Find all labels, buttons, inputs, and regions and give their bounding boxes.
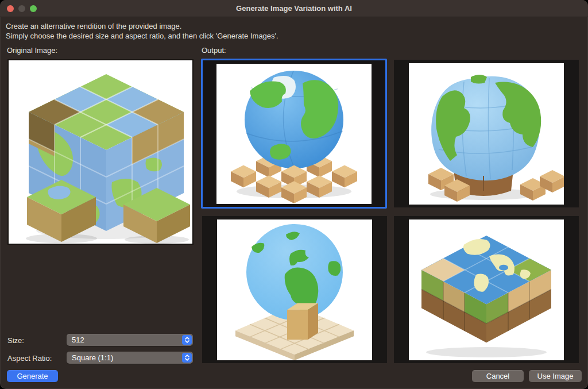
dialog-description: Create an alternative rendition of the p… <box>6 21 278 41</box>
output-illustration-3 <box>217 219 372 360</box>
output-illustration-4 <box>409 219 564 360</box>
output-thumb-1 <box>216 64 372 204</box>
close-button[interactable] <box>7 5 14 12</box>
size-select[interactable]: 512 <box>67 334 193 346</box>
titlebar: Generate Image Variation with AI <box>0 0 588 17</box>
output-image-4[interactable] <box>394 216 579 363</box>
size-label: Size: <box>7 336 24 345</box>
aspect-ratio-label: Aspect Ratio: <box>7 354 52 363</box>
original-image <box>7 59 194 245</box>
generate-button[interactable]: Generate <box>7 370 58 382</box>
aspect-ratio-value: Square (1:1) <box>72 353 113 362</box>
output-label: Output: <box>202 46 226 55</box>
traffic-lights <box>7 5 37 12</box>
output-illustration-1 <box>216 64 372 204</box>
output-thumb-3 <box>217 219 372 360</box>
original-image-illustration <box>9 60 192 244</box>
original-image-label: Original Image: <box>7 46 57 55</box>
stepper-icon <box>182 335 192 345</box>
cancel-button[interactable]: Cancel <box>472 370 524 382</box>
output-image-1[interactable] <box>201 59 387 209</box>
output-image-2[interactable] <box>394 60 579 207</box>
minimize-button[interactable] <box>18 5 25 12</box>
zoom-button[interactable] <box>30 5 37 12</box>
output-image-3[interactable] <box>202 216 387 363</box>
size-value: 512 <box>72 336 84 344</box>
description-line-1: Create an alternative rendition of the p… <box>6 21 278 31</box>
use-image-button[interactable]: Use Image <box>529 370 582 382</box>
description-line-2: Simply choose the desired size and aspec… <box>6 31 278 41</box>
aspect-ratio-select[interactable]: Square (1:1) <box>67 352 193 364</box>
output-thumb-2 <box>409 63 564 205</box>
dialog-window: Generate Image Variation with AI Create … <box>0 0 588 389</box>
window-title: Generate Image Variation with AI <box>236 4 352 13</box>
stepper-icon <box>182 353 192 363</box>
output-thumb-4 <box>409 219 564 360</box>
output-illustration-2 <box>409 63 564 205</box>
